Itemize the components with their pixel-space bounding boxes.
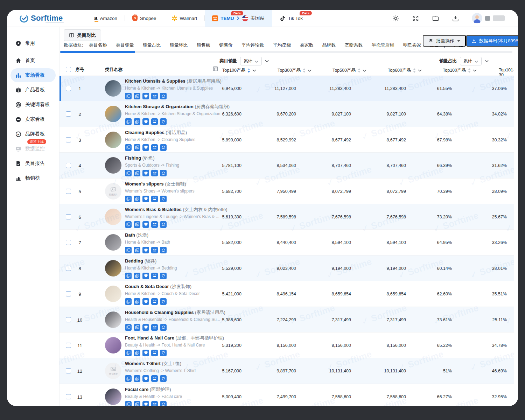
scrollbar-thumb[interactable]: [60, 51, 135, 53]
chevron-down-icon[interactable]: [485, 60, 489, 62]
module-tab-0[interactable]: 类目名称: [89, 42, 107, 48]
doc-chart-icon[interactable]: [134, 170, 140, 176]
favorite-icon[interactable]: [142, 118, 149, 125]
aggregation-select[interactable]: 累计: [460, 57, 482, 65]
table-row[interactable]: 2 Kitchen Storage & Organization (厨房存储与组…: [59, 101, 514, 127]
module-tab-2[interactable]: 销量占比: [143, 42, 161, 48]
data-export-button[interactable]: 数据导出(本月899/9: [466, 35, 518, 47]
product-image[interactable]: [105, 388, 121, 405]
brand-logo[interactable]: Sorftime: [7, 14, 72, 23]
module-tab-10[interactable]: 垄断系数: [345, 42, 363, 48]
product-image[interactable]: [105, 312, 121, 328]
doc-chart-icon[interactable]: [134, 298, 140, 305]
sidebar-item-brand[interactable]: R品牌看板: [10, 127, 56, 141]
table-row[interactable]: 11 Foot, Hand & Nail Care (足部、手部与指甲护理) B…: [59, 332, 514, 358]
select-all-checkbox[interactable]: [66, 67, 71, 72]
platform-tiktok[interactable]: Tik TokBeta: [272, 10, 310, 27]
chevron-down-icon[interactable]: [308, 69, 312, 72]
doc-chart-icon[interactable]: [134, 93, 140, 99]
sidebar-item-seller[interactable]: 卖家看板: [10, 112, 56, 126]
copy-icon[interactable]: [125, 196, 132, 202]
module-tab-11[interactable]: 半托管店铺: [372, 42, 394, 48]
product-image[interactable]: [105, 286, 121, 302]
row-checkbox[interactable]: [66, 163, 71, 168]
module-tab-1[interactable]: 类目销量: [116, 42, 134, 48]
horizontal-scrollbar[interactable]: [60, 51, 512, 53]
favorite-icon[interactable]: [142, 298, 149, 305]
platform-temu[interactable]: TEMUBeta美国站: [205, 10, 272, 27]
product-image[interactable]: [105, 209, 121, 225]
temu-link-icon[interactable]: [151, 273, 158, 279]
sort-icon[interactable]: [413, 68, 416, 73]
copy-icon[interactable]: [125, 93, 132, 99]
module-tab-3[interactable]: 销量环比: [170, 42, 188, 48]
product-image-placeholder[interactable]: 暂无图片: [105, 363, 121, 379]
temu-link-icon[interactable]: [151, 118, 158, 125]
doc-chart-icon[interactable]: [134, 324, 140, 331]
sync-icon[interactable]: [160, 324, 167, 331]
doc-chart-icon[interactable]: [134, 221, 140, 228]
download-icon[interactable]: [452, 15, 459, 22]
row-checkbox[interactable]: [66, 189, 71, 194]
favorite-icon[interactable]: [142, 144, 149, 151]
row-checkbox[interactable]: [66, 291, 71, 296]
copy-icon[interactable]: [125, 273, 132, 279]
copy-icon[interactable]: [125, 118, 132, 125]
table-row[interactable]: 4 Fishing (钓鱼) Sports & Outdoors -> Fish…: [59, 153, 514, 178]
platform-shopee[interactable]: SShopee: [125, 10, 164, 27]
table-row[interactable]: 8 Bedding (寝具) Home & Kitchen -> Bedding…: [59, 255, 514, 281]
copy-icon[interactable]: [125, 375, 132, 382]
table-row[interactable]: 12 暂无图片 Women's T-Shirt (女士T恤) Women's C…: [59, 358, 514, 384]
module-tab-5[interactable]: 销售价: [219, 42, 233, 48]
platform-walmart[interactable]: Walmart: [164, 10, 205, 27]
table-row[interactable]: 5 暂无图片 Women's slippers (女士拖鞋) Women's S…: [59, 178, 514, 204]
doc-chart-icon[interactable]: [134, 375, 140, 382]
avatar[interactable]: [472, 13, 482, 23]
copy-icon[interactable]: [125, 144, 132, 151]
bulk-actions-button[interactable]: 批量操作: [423, 35, 466, 47]
favorite-icon[interactable]: [142, 273, 149, 279]
doc-chart-icon[interactable]: [134, 273, 140, 279]
fullscreen-icon[interactable]: [412, 15, 419, 22]
temu-link-icon[interactable]: [151, 144, 158, 151]
sync-icon[interactable]: [160, 247, 167, 253]
sidebar-item-monitor[interactable]: 数据监控即将上线: [10, 142, 56, 156]
sync-icon[interactable]: [160, 144, 167, 151]
temu-link-icon[interactable]: [151, 350, 158, 356]
favorite-icon[interactable]: [142, 93, 149, 99]
table-row[interactable]: 1 Kitchen Utensils & Supplies (厨房用具与用品) …: [59, 76, 514, 101]
sync-icon[interactable]: [160, 401, 167, 406]
temu-link-icon[interactable]: [151, 93, 158, 99]
chevron-down-icon[interactable]: [252, 69, 256, 72]
copy-icon[interactable]: [125, 324, 132, 331]
temu-link-icon[interactable]: [151, 196, 158, 202]
sync-icon[interactable]: [160, 350, 167, 356]
module-tab-4[interactable]: 销售额: [197, 42, 210, 48]
module-tab-7[interactable]: 平均星级: [273, 42, 291, 48]
product-image[interactable]: [105, 260, 121, 276]
row-checkbox[interactable]: [66, 214, 71, 219]
list-view-icon[interactable]: [213, 66, 218, 71]
doc-chart-icon[interactable]: [134, 247, 140, 253]
favorite-icon[interactable]: [142, 375, 149, 382]
folder-icon[interactable]: [432, 15, 439, 22]
product-image[interactable]: [105, 234, 121, 251]
favorite-icon[interactable]: [142, 221, 149, 228]
table-row[interactable]: 13 Facial care (面部护理) Beauty & Health ->…: [59, 384, 514, 406]
row-checkbox[interactable]: [66, 137, 71, 142]
chevron-down-icon[interactable]: [473, 69, 477, 72]
module-tab-12[interactable]: 明星卖家: [403, 42, 421, 48]
chevron-down-icon[interactable]: [265, 60, 269, 62]
temu-link-icon[interactable]: [151, 298, 158, 305]
chevron-down-icon[interactable]: [418, 69, 422, 72]
sync-icon[interactable]: [160, 118, 167, 125]
copy-icon[interactable]: [125, 247, 132, 253]
sort-icon[interactable]: [247, 68, 250, 73]
copy-icon[interactable]: [125, 350, 132, 356]
sidebar-item-report[interactable]: 类目报告: [10, 156, 56, 170]
sync-icon[interactable]: [160, 298, 167, 305]
copy-icon[interactable]: [125, 298, 132, 305]
temu-link-icon[interactable]: [151, 170, 158, 176]
product-image[interactable]: [105, 157, 121, 174]
sidebar-item-product[interactable]: 产品看板: [10, 83, 56, 97]
